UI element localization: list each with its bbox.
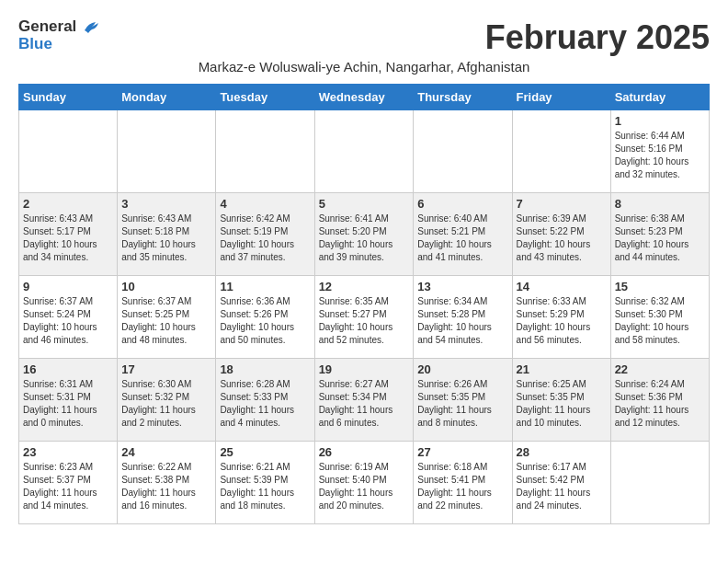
calendar-cell: 10Sunrise: 6:37 AM Sunset: 5:25 PM Dayli… xyxy=(118,276,216,359)
day-number: 4 xyxy=(220,197,310,211)
calendar-cell: 13Sunrise: 6:34 AM Sunset: 5:28 PM Dayli… xyxy=(414,276,512,359)
calendar-cell: 1Sunrise: 6:44 AM Sunset: 5:16 PM Daylig… xyxy=(610,110,709,193)
day-info: Sunrise: 6:22 AM Sunset: 5:38 PM Dayligh… xyxy=(121,461,211,512)
calendar-cell: 18Sunrise: 6:28 AM Sunset: 5:33 PM Dayli… xyxy=(216,359,314,442)
calendar-week-row-1: 1Sunrise: 6:44 AM Sunset: 5:16 PM Daylig… xyxy=(19,110,710,193)
calendar-cell: 3Sunrise: 6:43 AM Sunset: 5:18 PM Daylig… xyxy=(118,193,216,276)
day-number: 19 xyxy=(319,362,410,376)
day-info: Sunrise: 6:35 AM Sunset: 5:27 PM Dayligh… xyxy=(319,295,410,347)
calendar-cell: 5Sunrise: 6:41 AM Sunset: 5:20 PM Daylig… xyxy=(314,193,414,276)
calendar-cell: 9Sunrise: 6:37 AM Sunset: 5:24 PM Daylig… xyxy=(19,276,118,359)
weekday-header-sunday: Sunday xyxy=(19,85,118,110)
calendar-cell xyxy=(216,110,314,193)
day-number: 1 xyxy=(615,114,705,128)
day-info: Sunrise: 6:27 AM Sunset: 5:34 PM Dayligh… xyxy=(319,378,410,430)
weekday-header-thursday: Thursday xyxy=(414,85,512,110)
day-info: Sunrise: 6:43 AM Sunset: 5:18 PM Dayligh… xyxy=(121,213,211,264)
day-info: Sunrise: 6:25 AM Sunset: 5:35 PM Dayligh… xyxy=(517,378,607,430)
title-section: February 2025 xyxy=(485,18,710,57)
calendar-cell: 2Sunrise: 6:43 AM Sunset: 5:17 PM Daylig… xyxy=(19,193,118,276)
day-number: 14 xyxy=(517,280,607,293)
day-info: Sunrise: 6:23 AM Sunset: 5:37 PM Dayligh… xyxy=(23,461,113,512)
day-number: 2 xyxy=(23,197,113,211)
day-number: 12 xyxy=(319,280,410,293)
calendar-cell: 20Sunrise: 6:26 AM Sunset: 5:35 PM Dayli… xyxy=(414,359,512,442)
logo-bird-icon xyxy=(83,21,99,34)
location-title: Markaz-e Woluswali-ye Achin, Nangarhar, … xyxy=(18,59,710,75)
day-info: Sunrise: 6:17 AM Sunset: 5:42 PM Dayligh… xyxy=(517,461,607,512)
day-info: Sunrise: 6:43 AM Sunset: 5:17 PM Dayligh… xyxy=(23,213,113,264)
day-info: Sunrise: 6:33 AM Sunset: 5:29 PM Dayligh… xyxy=(517,295,607,347)
calendar-cell: 22Sunrise: 6:24 AM Sunset: 5:36 PM Dayli… xyxy=(610,359,709,442)
logo-blue-text: Blue xyxy=(18,36,52,53)
day-number: 27 xyxy=(417,445,507,459)
calendar-week-row-5: 23Sunrise: 6:23 AM Sunset: 5:37 PM Dayli… xyxy=(19,442,710,524)
day-number: 15 xyxy=(615,280,705,293)
calendar-cell: 24Sunrise: 6:22 AM Sunset: 5:38 PM Dayli… xyxy=(118,442,216,524)
day-number: 18 xyxy=(220,362,310,376)
calendar-cell: 25Sunrise: 6:21 AM Sunset: 5:39 PM Dayli… xyxy=(216,442,314,524)
day-number: 20 xyxy=(417,362,507,376)
day-number: 6 xyxy=(417,197,507,211)
day-number: 21 xyxy=(517,362,607,376)
day-number: 16 xyxy=(23,362,113,376)
weekday-header-row: SundayMondayTuesdayWednesdayThursdayFrid… xyxy=(19,85,710,110)
calendar-week-row-3: 9Sunrise: 6:37 AM Sunset: 5:24 PM Daylig… xyxy=(19,276,710,359)
day-info: Sunrise: 6:28 AM Sunset: 5:33 PM Dayligh… xyxy=(220,378,310,430)
calendar-cell: 6Sunrise: 6:40 AM Sunset: 5:21 PM Daylig… xyxy=(414,193,512,276)
calendar-table: SundayMondayTuesdayWednesdayThursdayFrid… xyxy=(18,84,710,524)
day-info: Sunrise: 6:19 AM Sunset: 5:40 PM Dayligh… xyxy=(319,461,410,512)
day-number: 5 xyxy=(319,197,410,211)
day-number: 24 xyxy=(121,445,211,459)
day-info: Sunrise: 6:39 AM Sunset: 5:22 PM Dayligh… xyxy=(517,213,607,264)
weekday-header-wednesday: Wednesday xyxy=(314,85,414,110)
calendar-cell: 27Sunrise: 6:18 AM Sunset: 5:41 PM Dayli… xyxy=(414,442,512,524)
day-number: 17 xyxy=(121,362,211,376)
calendar-week-row-2: 2Sunrise: 6:43 AM Sunset: 5:17 PM Daylig… xyxy=(19,193,710,276)
weekday-header-monday: Monday xyxy=(118,85,216,110)
day-number: 23 xyxy=(23,445,113,459)
weekday-header-friday: Friday xyxy=(512,85,610,110)
calendar-cell xyxy=(610,442,709,524)
logo: General Blue xyxy=(18,18,99,52)
calendar-cell: 11Sunrise: 6:36 AM Sunset: 5:26 PM Dayli… xyxy=(216,276,314,359)
day-info: Sunrise: 6:30 AM Sunset: 5:32 PM Dayligh… xyxy=(121,378,211,430)
calendar-cell: 28Sunrise: 6:17 AM Sunset: 5:42 PM Dayli… xyxy=(512,442,610,524)
calendar-cell: 4Sunrise: 6:42 AM Sunset: 5:19 PM Daylig… xyxy=(216,193,314,276)
calendar-cell: 7Sunrise: 6:39 AM Sunset: 5:22 PM Daylig… xyxy=(512,193,610,276)
day-info: Sunrise: 6:36 AM Sunset: 5:26 PM Dayligh… xyxy=(220,295,310,347)
calendar-cell xyxy=(314,110,414,193)
day-number: 11 xyxy=(220,280,310,293)
day-info: Sunrise: 6:31 AM Sunset: 5:31 PM Dayligh… xyxy=(23,378,113,430)
calendar-cell: 17Sunrise: 6:30 AM Sunset: 5:32 PM Dayli… xyxy=(118,359,216,442)
day-info: Sunrise: 6:18 AM Sunset: 5:41 PM Dayligh… xyxy=(417,461,507,512)
day-info: Sunrise: 6:42 AM Sunset: 5:19 PM Dayligh… xyxy=(220,213,310,264)
day-number: 8 xyxy=(615,197,705,211)
day-info: Sunrise: 6:26 AM Sunset: 5:35 PM Dayligh… xyxy=(417,378,507,430)
calendar-cell: 19Sunrise: 6:27 AM Sunset: 5:34 PM Dayli… xyxy=(314,359,414,442)
day-info: Sunrise: 6:44 AM Sunset: 5:16 PM Dayligh… xyxy=(615,130,705,181)
weekday-header-saturday: Saturday xyxy=(610,85,709,110)
day-info: Sunrise: 6:21 AM Sunset: 5:39 PM Dayligh… xyxy=(220,461,310,512)
day-info: Sunrise: 6:38 AM Sunset: 5:23 PM Dayligh… xyxy=(615,213,705,264)
calendar-cell xyxy=(19,110,118,193)
day-number: 10 xyxy=(121,280,211,293)
calendar-week-row-4: 16Sunrise: 6:31 AM Sunset: 5:31 PM Dayli… xyxy=(19,359,710,442)
month-title: February 2025 xyxy=(485,18,710,57)
calendar-cell: 15Sunrise: 6:32 AM Sunset: 5:30 PM Dayli… xyxy=(610,276,709,359)
day-info: Sunrise: 6:40 AM Sunset: 5:21 PM Dayligh… xyxy=(417,213,507,264)
day-info: Sunrise: 6:32 AM Sunset: 5:30 PM Dayligh… xyxy=(615,295,705,347)
calendar-cell xyxy=(414,110,512,193)
day-number: 26 xyxy=(319,445,410,459)
day-number: 28 xyxy=(517,445,607,459)
calendar-cell: 8Sunrise: 6:38 AM Sunset: 5:23 PM Daylig… xyxy=(610,193,709,276)
calendar-cell: 14Sunrise: 6:33 AM Sunset: 5:29 PM Dayli… xyxy=(512,276,610,359)
day-number: 7 xyxy=(517,197,607,211)
day-info: Sunrise: 6:41 AM Sunset: 5:20 PM Dayligh… xyxy=(319,213,410,264)
day-number: 25 xyxy=(220,445,310,459)
day-number: 13 xyxy=(417,280,507,293)
day-info: Sunrise: 6:37 AM Sunset: 5:24 PM Dayligh… xyxy=(23,295,113,347)
calendar-cell xyxy=(118,110,216,193)
day-info: Sunrise: 6:37 AM Sunset: 5:25 PM Dayligh… xyxy=(121,295,211,347)
calendar-cell: 21Sunrise: 6:25 AM Sunset: 5:35 PM Dayli… xyxy=(512,359,610,442)
